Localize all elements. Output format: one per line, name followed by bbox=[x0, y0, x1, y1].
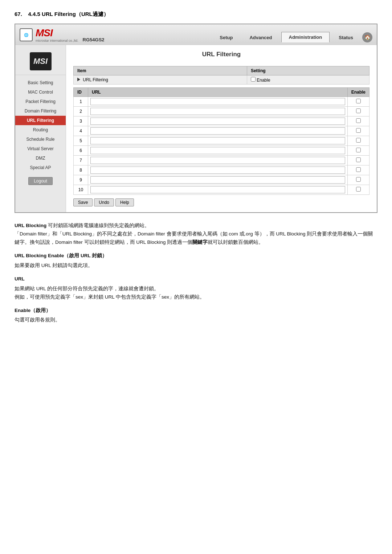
url-header-id: ID bbox=[74, 88, 88, 97]
tab-setup[interactable]: Setup bbox=[212, 32, 240, 42]
url-row-input-6[interactable] bbox=[90, 147, 345, 154]
url-row-checkbox-3[interactable] bbox=[356, 118, 361, 123]
url-row-id: 5 bbox=[74, 136, 88, 146]
url-row-checkbox-5[interactable] bbox=[356, 138, 361, 143]
url-row-input-8[interactable] bbox=[90, 167, 345, 174]
url-row-id: 8 bbox=[74, 165, 88, 175]
url-row-checkbox-7[interactable] bbox=[356, 157, 361, 162]
url-filtering-enable-checkbox[interactable] bbox=[251, 77, 256, 82]
url-row-checkbox-4[interactable] bbox=[356, 128, 361, 133]
url-row-checkbox-2[interactable] bbox=[356, 108, 361, 113]
url-row-enable-cell[interactable] bbox=[347, 175, 369, 185]
url-row-enable-cell[interactable] bbox=[347, 156, 369, 165]
sidebar-item-mac-control[interactable]: MAC Control bbox=[15, 87, 66, 97]
url-table-row: 5 bbox=[74, 136, 369, 146]
url-row-input-cell[interactable] bbox=[88, 156, 348, 165]
brand-logo: MSI bbox=[36, 27, 78, 39]
logo-globe-icon: 🌐 bbox=[20, 28, 33, 41]
url-row-input-cell[interactable] bbox=[88, 146, 348, 156]
logout-button[interactable]: Logout bbox=[28, 177, 53, 185]
tab-advanced[interactable]: Advanced bbox=[242, 32, 279, 42]
sidebar-item-packet-filtering[interactable]: Packet Filtering bbox=[15, 97, 66, 106]
url-row-input-cell[interactable] bbox=[88, 107, 348, 116]
sidebar-item-basic-setting[interactable]: Basic Setting bbox=[15, 78, 66, 87]
desc-heading-1: URL bbox=[15, 275, 377, 283]
undo-button[interactable]: Undo bbox=[94, 198, 114, 206]
sidebar-item-url-filtering[interactable]: URL Filtering bbox=[15, 116, 66, 125]
url-table-row: 2 bbox=[74, 107, 369, 116]
help-button[interactable]: Help bbox=[115, 198, 134, 206]
enable-label: Enable bbox=[257, 78, 270, 83]
url-row-checkbox-6[interactable] bbox=[356, 148, 361, 152]
url-row-input-3[interactable] bbox=[90, 118, 345, 125]
url-row-input-cell[interactable] bbox=[88, 97, 348, 107]
desc-text-0: 如果要啟用 URL 封鎖請勾選此項。 bbox=[15, 262, 377, 270]
desc-intro: URL Blocking 可封鎖區域網路電腦連線到預先定義的網站。 bbox=[15, 222, 377, 230]
url-row-id: 7 bbox=[74, 156, 88, 165]
desc-text-1: 如果網站 URL 的任何部分符合預先定義的字，連線就會遭封鎖。 例如，可使用預先… bbox=[15, 285, 377, 301]
url-row-input-10[interactable] bbox=[90, 186, 345, 193]
url-row-id: 1 bbox=[74, 97, 88, 107]
url-row-enable-cell[interactable] bbox=[347, 97, 369, 107]
desc-heading-0: URL Blocking Enable（啟用 URL 封鎖） bbox=[15, 252, 377, 260]
url-row-checkbox-10[interactable] bbox=[356, 187, 361, 192]
sidebar-item-special-ap[interactable]: Special AP bbox=[15, 163, 66, 172]
url-row-input-cell[interactable] bbox=[88, 126, 348, 136]
url-row-enable-cell[interactable] bbox=[347, 126, 369, 136]
url-row-enable-cell[interactable] bbox=[347, 165, 369, 175]
url-row-id: 9 bbox=[74, 175, 88, 185]
url-row-input-cell[interactable] bbox=[88, 175, 348, 185]
desc-intro-block: URL Blocking 可封鎖區域網路電腦連線到預先定義的網站。 「Domai… bbox=[15, 222, 377, 247]
url-row-id: 3 bbox=[74, 116, 88, 126]
url-row-id: 2 bbox=[74, 107, 88, 116]
url-row-checkbox-9[interactable] bbox=[356, 177, 361, 182]
setting-table: Item Setting URL Filtering Enable bbox=[73, 66, 369, 85]
sidebar-item-dmz[interactable]: DMZ bbox=[15, 153, 66, 163]
url-row-id: 6 bbox=[74, 146, 88, 156]
sidebar-item-virtual-server[interactable]: Virtual Server bbox=[15, 144, 66, 153]
url-row-enable-cell[interactable] bbox=[347, 185, 369, 195]
content-area: URL Filtering Item Setting URL Filtering bbox=[66, 45, 377, 212]
sidebar-item-routing[interactable]: Routing bbox=[15, 125, 66, 135]
url-row-checkbox-1[interactable] bbox=[356, 99, 361, 103]
url-table-row: 9 bbox=[74, 175, 369, 185]
url-table-row: 7 bbox=[74, 156, 369, 165]
description-section: URL Blocking 可封鎖區域網路電腦連線到預先定義的網站。 「Domai… bbox=[15, 222, 377, 324]
tab-status[interactable]: Status bbox=[331, 32, 361, 42]
brand-tagline: microstar international co.,ltd. bbox=[36, 39, 78, 42]
url-row-input-cell[interactable] bbox=[88, 116, 348, 126]
url-row-input-2[interactable] bbox=[90, 108, 345, 115]
url-row-enable-cell[interactable] bbox=[347, 136, 369, 146]
url-row-input-1[interactable] bbox=[90, 98, 345, 105]
desc-section-2: Enable（啟用） 勾選可啟用各規則。 bbox=[15, 307, 377, 325]
url-row-enable-cell[interactable] bbox=[347, 146, 369, 156]
url-filtering-setting-cell: Enable bbox=[247, 75, 369, 85]
desc-heading-2: Enable（啟用） bbox=[15, 307, 377, 315]
main-content: MSI Basic Setting MAC Control Packet Fil… bbox=[15, 45, 377, 212]
url-row-enable-cell[interactable] bbox=[347, 116, 369, 126]
save-button[interactable]: Save bbox=[73, 198, 93, 206]
url-row-input-cell[interactable] bbox=[88, 165, 348, 175]
page-number: 67. bbox=[15, 11, 22, 17]
url-row-input-5[interactable] bbox=[90, 137, 345, 144]
url-row-input-cell[interactable] bbox=[88, 136, 348, 146]
url-row-input-7[interactable] bbox=[90, 157, 345, 164]
url-row-input-9[interactable] bbox=[90, 176, 345, 184]
router-frame: 🌐 MSI microstar international co.,ltd. R… bbox=[15, 24, 377, 213]
desc-text-2: 勾選可啟用各規則。 bbox=[15, 316, 377, 324]
url-row-checkbox-8[interactable] bbox=[356, 167, 361, 172]
url-row-input-4[interactable] bbox=[90, 127, 345, 135]
url-filtering-item-label: URL Filtering bbox=[83, 77, 108, 82]
content-title: URL Filtering bbox=[73, 51, 369, 61]
home-icon[interactable]: 🏠 bbox=[362, 32, 372, 42]
url-row-input-cell[interactable] bbox=[88, 185, 348, 195]
tab-administration[interactable]: Administration bbox=[281, 32, 330, 42]
sidebar-item-domain-filtering[interactable]: Domain Filtering bbox=[15, 106, 66, 116]
logo-area: 🌐 MSI microstar international co.,ltd. bbox=[20, 27, 78, 42]
url-table-row: 1 bbox=[74, 97, 369, 107]
setting-header-setting: Setting bbox=[247, 66, 369, 75]
url-row-enable-cell[interactable] bbox=[347, 107, 369, 116]
sidebar-item-schedule-rule[interactable]: Schedule Rule bbox=[15, 135, 66, 144]
sidebar-logo-img: MSI bbox=[30, 52, 52, 70]
url-table: ID URL Enable 1 2 bbox=[73, 87, 369, 195]
